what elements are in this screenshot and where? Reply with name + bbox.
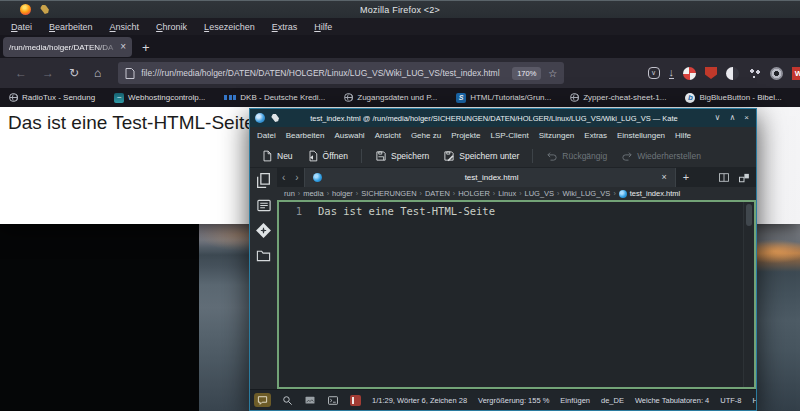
tab-close-icon[interactable]: ×	[661, 173, 666, 182]
split-view-icon[interactable]	[718, 172, 730, 183]
ublock-shield-icon[interactable]	[705, 67, 717, 79]
breadcrumb-item[interactable]: holger	[332, 189, 353, 198]
bookmark-webhosting[interactable]: ~ Webhostingcontrolp...	[114, 93, 205, 103]
kate-menu-projekte[interactable]: Projekte	[451, 131, 480, 140]
page-zoom-badge[interactable]: 170%	[512, 67, 541, 80]
git-icon[interactable]	[255, 222, 272, 239]
kate-titlebar[interactable]: test_index.html @ /run/media/holger/SICH…	[250, 109, 756, 127]
window-controls: ∨ ∧ ×	[715, 114, 749, 122]
home-icon[interactable]: ⌂	[94, 67, 101, 79]
breadcrumb-current[interactable]: test_index.html	[619, 189, 680, 198]
bookmark-star-icon[interactable]: ☆	[548, 68, 557, 79]
kate-active-tab[interactable]: test_index.html ×	[304, 168, 676, 187]
terminal-icon[interactable]	[327, 395, 339, 406]
kate-menu-gehezu[interactable]: Gehe zu	[411, 131, 441, 140]
text-editor[interactable]: 1 Das ist eine Test-HTML-Seite	[277, 200, 756, 389]
breadcrumb-item[interactable]: Wiki_LUG_VS	[562, 189, 610, 198]
insert-mode[interactable]: Einfügen	[560, 396, 590, 405]
breadcrumb-item[interactable]: run	[284, 189, 295, 198]
tab-close-icon[interactable]: ×	[120, 42, 126, 52]
breadcrumb-item[interactable]: DATEN	[425, 189, 450, 198]
url-text[interactable]: file:///run/media/holger/DATEN/DATEN/HOL…	[141, 68, 512, 78]
firefox-menu-ansicht[interactable]: Ansicht	[110, 22, 140, 32]
html-file-icon	[313, 173, 322, 182]
reload-icon[interactable]: ↻	[69, 67, 79, 79]
kate-menu-extras[interactable]: Extras	[584, 131, 607, 140]
kate-menu-bearbeiten[interactable]: Bearbeiten	[286, 131, 325, 140]
tab-history-back-icon[interactable]: ‹	[277, 173, 290, 183]
scrollbar-thumb[interactable]	[746, 204, 752, 226]
save-as-button[interactable]: Speichern unter	[437, 148, 525, 164]
firefox-menu-lesezeichen[interactable]: Lesezeichen	[204, 22, 255, 32]
url-bar[interactable]: file:///run/media/holger/DATEN/DATEN/HOL…	[118, 62, 564, 84]
breadcrumb-item[interactable]: Linux	[498, 189, 516, 198]
kate-menu-sitzungen[interactable]: Sitzungen	[539, 131, 575, 140]
editor-scrollbar[interactable]	[743, 202, 754, 387]
bookmark-dkb[interactable]: DKB - Deutsche Kredi...	[224, 93, 325, 102]
filesystem-folder-icon[interactable]	[255, 248, 272, 263]
kate-menu-auswahl[interactable]: Auswahl	[334, 131, 364, 140]
firefox-menu-extras[interactable]: Extras	[272, 22, 298, 32]
downloads-icon[interactable]: ↓	[669, 67, 675, 79]
kate-menu-datei[interactable]: Datei	[257, 131, 276, 140]
undo-button[interactable]: Rückgängig	[540, 148, 613, 164]
editor-text[interactable]: Das ist eine Test-HTML-Seite	[309, 202, 495, 387]
pocket-icon[interactable]: ∨	[648, 67, 660, 79]
firefox-active-tab[interactable]: /run/media/holger/DATEN/DA ×	[3, 37, 132, 57]
minimize-icon[interactable]: ∨	[715, 114, 721, 122]
breadcrumb-item[interactable]: HOLGER	[458, 189, 490, 198]
detach-view-icon[interactable]	[738, 172, 750, 184]
firefox-menu-hilfe[interactable]: Hilfe	[314, 22, 332, 32]
breadcrumb-item[interactable]: LUG_VS	[524, 189, 554, 198]
wayback-icon[interactable]: W	[792, 67, 800, 80]
breadcrumb-item[interactable]: SICHERUNGEN	[361, 189, 416, 198]
bookmark-selfhtml[interactable]: S HTML/Tutorials/Grun...	[456, 93, 551, 103]
diagnostics-icon[interactable]	[350, 395, 361, 406]
redo-button[interactable]: Wiederherstellen	[615, 148, 707, 164]
firefox-menu-bearbeiten[interactable]: Bearbeiten	[49, 22, 93, 32]
forward-icon[interactable]: →	[42, 67, 54, 79]
bookmark-label: Webhostingcontrolp...	[128, 93, 205, 102]
tab-history-forward-icon[interactable]: ›	[290, 173, 303, 183]
breadcrumb-item[interactable]: media	[303, 189, 323, 198]
tab-mode[interactable]: Weiche Tabulatoren: 4	[635, 396, 709, 405]
kate-menu-ansicht[interactable]: Ansicht	[375, 131, 401, 140]
bookmark-zugangsdaten[interactable]: Zugangsdaten und P...	[344, 93, 437, 102]
speech-bubble-icon	[257, 395, 268, 406]
output-panel-button[interactable]	[254, 393, 271, 407]
open-file-button[interactable]: Öffnen	[301, 148, 354, 164]
firefox-titlebar[interactable]: Mozilla Firefox <2>	[0, 0, 800, 18]
kate-menu-lspclient[interactable]: LSP-Client	[490, 131, 528, 140]
zoom-level[interactable]: Vergrößerung: 155 %	[478, 396, 549, 405]
firefox-menu-datei[interactable]: Datei	[11, 22, 32, 32]
dictionary[interactable]: de_DE	[601, 396, 624, 405]
symbol-list-icon[interactable]	[256, 198, 272, 213]
new-file-button[interactable]: Neu	[255, 148, 299, 164]
bookmark-label: Zypper-cheat-sheet-1...	[583, 93, 666, 102]
extension-dots-icon[interactable]	[748, 67, 761, 80]
encoding[interactable]: UTF-8	[720, 396, 741, 405]
search-icon[interactable]	[282, 395, 293, 406]
undo-icon	[546, 150, 558, 162]
bookmark-bigbluebutton[interactable]: b BigBlueButton - Bibel...	[685, 93, 781, 103]
new-document-button[interactable]: +	[676, 172, 696, 183]
toolbar-separator	[532, 149, 533, 163]
back-icon[interactable]: ←	[15, 67, 27, 79]
darkreader-icon[interactable]	[726, 67, 739, 80]
firefox-menu-chronik[interactable]: Chronik	[156, 22, 187, 32]
extension-ball-icon[interactable]	[683, 67, 696, 80]
extension-wheel-icon[interactable]	[770, 67, 783, 80]
documents-icon[interactable]	[255, 172, 272, 189]
preview-icon[interactable]	[304, 395, 316, 406]
close-icon[interactable]: ×	[744, 114, 749, 122]
new-tab-button[interactable]: +	[142, 41, 150, 54]
bookmark-zypper[interactable]: Zypper-cheat-sheet-1...	[570, 93, 666, 102]
syntax-highlighting[interactable]: HTML	[753, 396, 756, 405]
kate-menu-hilfe[interactable]: Hilfe	[675, 131, 691, 140]
maximize-icon[interactable]: ∧	[729, 114, 735, 122]
save-button[interactable]: Speichern	[369, 148, 435, 164]
cursor-position[interactable]: 1/1:29, Wörter 6, Zeichen 28	[372, 396, 467, 405]
bookmark-radiotux[interactable]: RadioTux - Sendung	[9, 93, 95, 102]
kate-menu-einstellungen[interactable]: Einstellungen	[617, 131, 665, 140]
kate-window-title: test_index.html @ /run/media/holger/SICH…	[280, 114, 708, 123]
